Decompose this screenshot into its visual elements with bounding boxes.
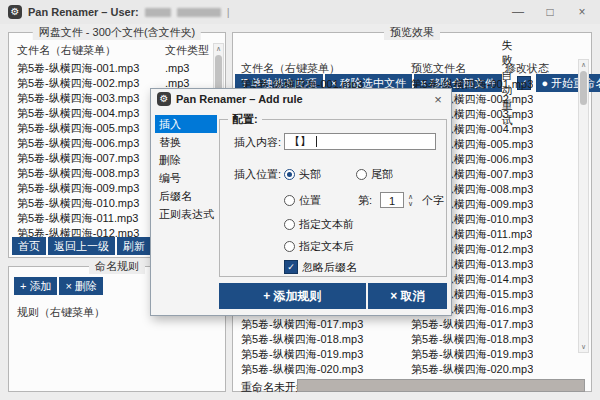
file-name: 第5卷-纵横四海-018.mp3	[241, 332, 411, 347]
preview-row[interactable]: 第5卷-纵横四海-019.mp3第5卷-纵横四海-019.mp3	[233, 347, 577, 362]
file-name: 第5卷-纵横四海-010.mp3	[17, 196, 165, 211]
file-name: 第5卷-纵横四海-020.mp3	[241, 362, 411, 377]
column-header-filetype[interactable]: 文件类型	[165, 43, 209, 58]
file-name: 第5卷-纵横四海-003.mp3	[17, 91, 165, 106]
nav-button-2[interactable]: 刷新	[117, 237, 151, 255]
dialog-titlebar: ⚙ Pan Renamer – Add rule ×	[151, 89, 451, 109]
file-name: 第5卷-纵横四海-004.mp3	[17, 106, 165, 121]
add-rule-button[interactable]: + 添加	[14, 277, 57, 295]
file-name: 第5卷-纵横四海-011.mp3	[17, 211, 165, 226]
position-number-input[interactable]: 1	[380, 192, 404, 208]
preview-name: 第5卷-纵横四海-020.mp3	[411, 362, 533, 377]
file-row[interactable]: 第5卷-纵横四海-001.mp3.mp3	[9, 61, 211, 76]
title-separator: |	[227, 6, 230, 18]
cloud-files-title: 网盘文件 - 300个文件(含文件夹)	[33, 25, 201, 40]
close-button[interactable]: ×	[574, 4, 590, 20]
column-header-preview[interactable]: 预览文件名	[411, 61, 466, 76]
delete-rule-button[interactable]: × 删除	[59, 277, 102, 295]
rule-type-item[interactable]: 编号	[155, 169, 217, 187]
config-groupbox: 配置: 插入内容: 【】 插入位置: 头部 尾部 位置 第: 1 ∧∨ 个字 指…	[219, 119, 447, 277]
preview-name: 第5卷-纵横四海-019.mp3	[411, 347, 533, 362]
rules-list-label[interactable]: 规则（右键菜单）	[17, 305, 105, 320]
app-icon: ⚙	[157, 92, 171, 106]
insert-position-label: 插入位置:	[234, 166, 281, 182]
file-name: 第5卷-纵横四海-006.mp3	[17, 136, 165, 151]
file-name: 第5卷-纵横四海-005.mp3	[17, 121, 165, 136]
rule-type-item[interactable]: 正则表达式	[155, 205, 217, 223]
preview-row[interactable]: 第5卷-纵横四海-017.mp3第5卷-纵横四海-017.mp3	[233, 317, 577, 332]
file-name: 第5卷-纵横四海-017.mp3	[241, 317, 411, 332]
radio-tail[interactable]: 尾部	[356, 166, 393, 182]
file-name: 第5卷-纵横四海-008.mp3	[17, 166, 165, 181]
radio-icon	[284, 219, 295, 230]
preview-row[interactable]: 第5卷-纵横四海-018.mp3第5卷-纵横四海-018.mp3	[233, 332, 577, 347]
file-name: 第5卷-纵横四海-007.mp3	[17, 151, 165, 166]
radio-head[interactable]: 头部	[284, 166, 321, 182]
window-title: Pan Renamer – User:	[28, 6, 139, 18]
radio-before-text[interactable]: 指定文本前	[284, 216, 354, 232]
ignore-extension-checkbox[interactable]: ✓	[284, 260, 298, 274]
ignore-extension-option[interactable]: ✓ 忽略后缀名	[284, 259, 357, 275]
file-name: 第5卷-纵横四海-009.mp3	[17, 181, 165, 196]
file-type: .mp3	[165, 61, 205, 76]
naming-rules-title: 命名规则	[89, 259, 145, 274]
dialog-buttons: + 添加规则 × 取消	[219, 283, 447, 309]
column-header-filename[interactable]: 文件名（右键菜单）	[241, 61, 340, 76]
app-icon: ⚙	[8, 5, 22, 19]
radio-icon	[356, 169, 367, 180]
position-prefix-label: 第:	[358, 192, 372, 208]
text-cursor	[316, 136, 317, 147]
radio-position[interactable]: 位置	[284, 192, 321, 208]
preview-list-scrollbar[interactable]: ∧ ∨	[578, 59, 589, 353]
titlebar: ⚙ Pan Renamer – User: | — □ ×	[0, 0, 600, 24]
scrollbar-thumb[interactable]	[580, 71, 587, 105]
dialog-close-icon[interactable]: ×	[431, 92, 445, 107]
file-name: 第5卷-纵横四海-002.mp3	[17, 76, 165, 91]
position-suffix-label: 个字	[422, 192, 444, 208]
rule-type-list: 插入替换删除编号后缀名正则表达式	[155, 115, 217, 223]
column-header-status[interactable]: 修改状态	[505, 61, 549, 76]
rule-type-item[interactable]: 替换	[155, 133, 217, 151]
add-rule-confirm-button[interactable]: + 添加规则	[219, 283, 366, 309]
number-spinner[interactable]: ∧∨	[408, 193, 413, 207]
config-title: 配置:	[228, 112, 262, 127]
insert-content-label: 插入内容:	[234, 134, 281, 150]
rule-type-selected[interactable]: 插入	[155, 115, 217, 133]
window-controls: — □ ×	[510, 4, 592, 20]
rule-type-item[interactable]: 删除	[155, 151, 217, 169]
redacted-username-block	[177, 8, 221, 17]
cancel-button[interactable]: × 取消	[368, 283, 447, 309]
add-rule-dialog: ⚙ Pan Renamer – Add rule × 插入替换删除编号后缀名正则…	[150, 88, 452, 316]
insert-content-input[interactable]: 【】	[284, 133, 436, 150]
preview-name: 第5卷-纵横四海-017.mp3	[411, 317, 533, 332]
preview-name: 第5卷-纵横四海-018.mp3	[411, 332, 533, 347]
nav-button-0[interactable]: 首页	[12, 237, 46, 255]
radio-selected-icon	[284, 169, 295, 180]
minimize-button[interactable]: —	[510, 4, 526, 20]
dialog-title: Pan Renamer – Add rule	[176, 93, 303, 105]
rule-type-item[interactable]: 后缀名	[155, 187, 217, 205]
preview-row[interactable]: 第5卷-纵横四海-020.mp3第5卷-纵横四海-020.mp3	[233, 362, 577, 377]
file-name: 第5卷-纵横四海-001.mp3	[17, 61, 165, 76]
maximize-button[interactable]: □	[542, 4, 558, 20]
rename-progress-bar	[297, 379, 585, 392]
radio-icon	[284, 195, 295, 206]
radio-after-text[interactable]: 指定文本后	[284, 238, 354, 254]
redacted-username-block	[145, 8, 171, 17]
nav-button-1[interactable]: 返回上一级	[48, 237, 115, 255]
file-name: 第5卷-纵横四海-019.mp3	[241, 347, 411, 362]
radio-icon	[284, 241, 295, 252]
column-header-filename[interactable]: 文件名（右键菜单）	[17, 43, 116, 58]
